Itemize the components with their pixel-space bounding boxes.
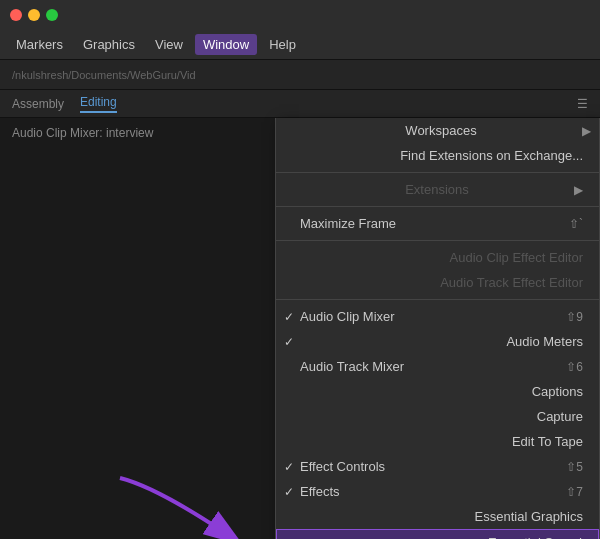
menu-capture[interactable]: Capture [276,404,599,429]
menu-label-maximize: Maximize Frame [300,216,396,231]
check-none-capture [284,410,300,424]
menu-label-effects: Effects [300,484,340,499]
menu-essential-sound[interactable]: Essential Sound [276,529,599,539]
menu-label-capture: Capture [537,409,583,424]
menu-label-am: Audio Meters [506,334,583,349]
menu-label-atm: Audio Track Mixer [300,359,404,374]
menu-audio-track-mixer[interactable]: Audio Track Mixer ⇧6 [276,354,599,379]
menu-workspaces[interactable]: Workspaces ▶ [276,118,599,143]
shortcut-atm: ⇧6 [566,360,583,374]
menu-maximize-frame[interactable]: Maximize Frame ⇧` [276,211,599,236]
check-none [284,183,300,197]
menu-label-ace: Audio Clip Effect Editor [450,250,583,265]
shortcut-ec: ⇧5 [566,460,583,474]
separator-4 [276,299,599,300]
menu-audio-clip-mixer[interactable]: ✓ Audio Clip Mixer ⇧9 [276,304,599,329]
check-none [284,251,300,265]
menu-effect-controls[interactable]: ✓ Effect Controls ⇧5 [276,454,599,479]
menu-bar: Markers Graphics View Window Help [0,30,600,60]
menu-find-extensions[interactable]: Find Extensions on Exchange... [276,143,599,168]
menu-label-essential-sound: Essential Sound [488,535,582,539]
check-acm: ✓ [284,310,300,324]
menu-essential-graphics[interactable]: Essential Graphics [276,504,599,529]
minimize-button[interactable] [28,9,40,21]
menu-label-essential-graphics: Essential Graphics [475,509,583,524]
tab-assembly[interactable]: Assembly [12,97,64,111]
check-none-eg [284,510,300,524]
separator-3 [276,240,599,241]
submenu-arrow: ▶ [582,124,591,138]
menu-label-atee: Audio Track Effect Editor [440,275,583,290]
maximize-button[interactable] [46,9,58,21]
menu-item-help[interactable]: Help [261,34,304,55]
close-button[interactable] [10,9,22,21]
menu-audio-clip-effect-editor: Audio Clip Effect Editor [276,245,599,270]
check-none-cap [284,385,300,399]
menu-label-ec: Effect Controls [300,459,385,474]
submenu-arrow-ext: ▶ [574,183,583,197]
menu-label-captions: Captions [532,384,583,399]
traffic-lights [0,9,68,21]
window-dropdown-menu: Workspaces ▶ Find Extensions on Exchange… [275,118,600,539]
menu-effects[interactable]: ✓ Effects ⇧7 [276,479,599,504]
tab-editing[interactable]: Editing [80,95,117,113]
shortcut-effects: ⇧7 [566,485,583,499]
menu-audio-track-effect-editor: Audio Track Effect Editor [276,270,599,295]
shortcut-maximize: ⇧` [569,217,583,231]
separator-2 [276,206,599,207]
menu-extensions: Extensions ▶ [276,177,599,202]
window-titlebar [0,0,600,30]
check-none-atm [284,360,300,374]
menu-label-workspaces: Workspaces [405,123,476,138]
workspace-bar: /nkulshresh/Documents/WebGuru/Vid [0,60,600,90]
menu-label-find-extensions: Find Extensions on Exchange... [400,148,583,163]
check-none [284,276,300,290]
panel-header: Assembly Editing ☰ [0,90,600,118]
shortcut-acm: ⇧9 [566,310,583,324]
menu-label-acm: Audio Clip Mixer [300,309,395,324]
menu-item-window[interactable]: Window [195,34,257,55]
menu-item-view[interactable]: View [147,34,191,55]
check-none [284,124,300,138]
check-none [284,217,300,231]
check-none-ett [284,435,300,449]
menu-audio-meters[interactable]: ✓ Audio Meters [276,329,599,354]
menu-label-extensions: Extensions [405,182,469,197]
hamburger-icon[interactable]: ☰ [577,97,588,111]
check-am: ✓ [284,335,300,349]
check-none-es [285,536,301,540]
check-none [284,149,300,163]
menu-item-graphics[interactable]: Graphics [75,34,143,55]
menu-label-ett: Edit To Tape [512,434,583,449]
breadcrumb-path: /nkulshresh/Documents/WebGuru/Vid [12,69,196,81]
menu-edit-to-tape[interactable]: Edit To Tape [276,429,599,454]
menu-captions[interactable]: Captions [276,379,599,404]
check-eff: ✓ [284,485,300,499]
check-ec: ✓ [284,460,300,474]
separator-1 [276,172,599,173]
main-content: Audio Clip Mixer: interview Workspaces ▶… [0,118,600,539]
menu-item-markers[interactable]: Markers [8,34,71,55]
arrow-annotation [100,468,280,539]
